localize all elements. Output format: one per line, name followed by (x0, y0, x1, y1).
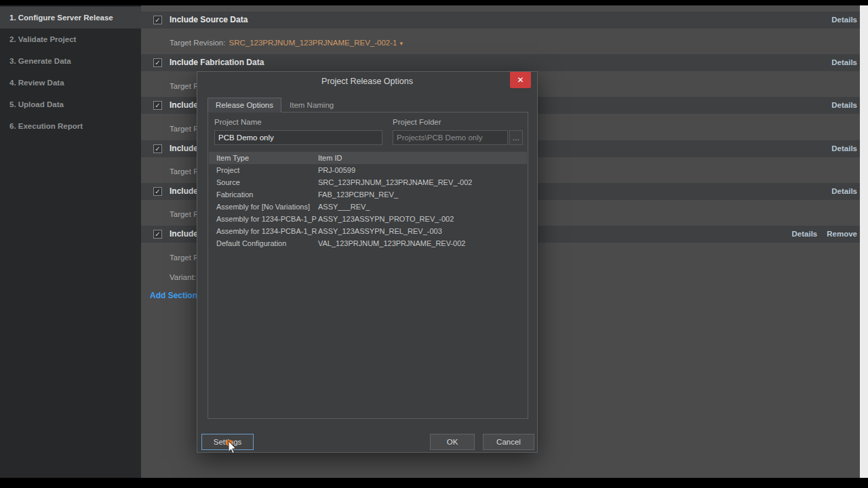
item-type-cell: Fabrication (216, 188, 253, 201)
target-revision-label: Target Revision: (170, 39, 225, 47)
project-name-input[interactable] (214, 130, 382, 145)
target-revision-row: Target R (170, 208, 199, 219)
include-checkbox[interactable]: ✓ (153, 187, 162, 196)
details-link[interactable]: Details (831, 54, 857, 71)
chevron-down-icon: ▾ (399, 40, 403, 47)
column-header-item-type: Item Type (216, 152, 249, 164)
sidebar-item-validate-project[interactable]: 2. Validate Project (0, 28, 141, 50)
table-row[interactable]: Assembly for 1234-PCBA-1_R ASSY_123ASSYP… (209, 225, 527, 237)
sidebar-item-execution-report[interactable]: 6. Execution Report (0, 115, 141, 137)
target-revision-row: Target R (170, 123, 199, 134)
item-id-cell: ASSY_123ASSYPN_PROTO_REV_-002 (318, 213, 454, 225)
check-icon: ✓ (155, 16, 160, 24)
item-type-cell: Assembly for 1234-PCBA-1_P (216, 213, 317, 225)
target-revision-label: Target R (170, 253, 199, 262)
sidebar-item-review-data[interactable]: 4. Review Data (0, 72, 141, 94)
variant-row: Variant: (170, 271, 196, 282)
target-revision-label: Target R (170, 167, 199, 176)
section-header-source-data: ✓ Include Source Data Details (141, 12, 868, 28)
letterbox-bottom (0, 478, 868, 488)
target-revision-label: Target R (170, 125, 199, 133)
add-section-link[interactable]: Add Section (150, 291, 197, 300)
target-revision-label: Target R (170, 210, 199, 218)
section-title: Include (170, 97, 198, 114)
sidebar-item-upload-data[interactable]: 5. Upload Data (0, 94, 141, 115)
target-revision-row: Target R (170, 80, 199, 91)
item-id-cell: SRC_123PRJNUM_123PRJNAME_REV_-002 (318, 176, 472, 188)
details-link[interactable]: Details (792, 226, 818, 243)
app-window: 1. Configure Server Release 2. Validate … (0, 0, 868, 488)
section-title: Include (170, 140, 198, 157)
section-title: Include (170, 226, 198, 243)
settings-button[interactable]: Settings (201, 434, 254, 450)
item-id-cell: ASSY___REV_ (318, 201, 370, 213)
column-header-item-id: Item ID (318, 152, 342, 164)
section-title: Include Source Data (170, 12, 248, 28)
check-icon: ✓ (155, 230, 160, 238)
target-revision-row: Target R (170, 251, 199, 262)
details-link[interactable]: Details (831, 140, 857, 157)
project-folder-input[interactable] (393, 130, 508, 145)
table-row[interactable]: Assembly for 1234-PCBA-1_P ASSY_123ASSYP… (209, 213, 527, 225)
project-release-options-dialog: Project Release Options ✕ Release Option… (197, 71, 538, 453)
target-revision-row: Target R (170, 165, 199, 176)
project-name-label: Project Name (214, 118, 262, 126)
check-icon: ✓ (155, 188, 160, 195)
item-type-cell: Project (216, 164, 239, 176)
details-link[interactable]: Details (831, 97, 857, 114)
tab-release-options[interactable]: Release Options (208, 98, 281, 113)
cancel-button[interactable]: Cancel (483, 434, 534, 450)
table-row[interactable]: Assembly for [No Variations] ASSY___REV_ (209, 201, 527, 213)
target-revision-label: Target R (170, 82, 199, 90)
item-id-cell: PRJ-00599 (318, 164, 355, 176)
target-revision-row: Target Revision:SRC_123PRJNUM_123PRJNAME… (170, 37, 403, 47)
vertical-scrollbar[interactable] (860, 5, 868, 478)
wizard-step-sidebar: 1. Configure Server Release 2. Validate … (0, 5, 141, 478)
ellipsis-icon: … (513, 134, 520, 142)
table-row[interactable]: Project PRJ-00599 (209, 164, 527, 176)
check-icon: ✓ (155, 59, 160, 66)
release-options-panel: Project Name Project Folder … Item Type … (208, 112, 528, 419)
browse-folder-button[interactable]: … (509, 130, 523, 145)
item-id-cell: FAB_123PCBPN_REV_ (318, 188, 398, 201)
include-source-checkbox[interactable]: ✓ (153, 16, 162, 24)
table-row[interactable]: Default Configuration VAL_123PRJNUM_123P… (209, 237, 527, 249)
check-icon: ✓ (155, 145, 160, 152)
section-title: Include Fabrication Data (170, 54, 264, 71)
item-type-cell: Assembly for 1234-PCBA-1_R (216, 225, 317, 237)
details-link[interactable]: Details (831, 183, 857, 200)
target-revision-link[interactable]: SRC_123PRJNUM_123PRJNAME_REV_-002-1 (229, 39, 397, 47)
close-button[interactable]: ✕ (510, 72, 531, 88)
dialog-title: Project Release Options (197, 72, 537, 91)
table-header-row: Item Type Item ID (209, 152, 527, 164)
include-checkbox[interactable]: ✓ (153, 101, 162, 110)
letterbox-top (0, 0, 868, 5)
project-folder-label: Project Folder (393, 118, 441, 126)
include-checkbox[interactable]: ✓ (153, 144, 162, 153)
table-row[interactable]: Source SRC_123PRJNUM_123PRJNAME_REV_-002 (209, 176, 527, 188)
include-checkbox[interactable]: ✓ (153, 230, 162, 239)
item-type-cell: Default Configuration (216, 237, 286, 249)
dialog-tabs: Release Options Item Naming (208, 98, 342, 113)
item-naming-table: Item Type Item ID Project PRJ-00599 Sour… (209, 152, 527, 249)
close-icon: ✕ (517, 75, 524, 85)
remove-link[interactable]: Remove (827, 226, 857, 243)
item-id-cell: VAL_123PRJNUM_123PRJNAME_REV-002 (318, 237, 465, 249)
variant-label: Variant: (170, 273, 196, 281)
details-link[interactable]: Details (831, 12, 857, 28)
include-fabrication-checkbox[interactable]: ✓ (153, 58, 162, 67)
item-id-cell: ASSY_123ASSYPN_REL_REV_-003 (318, 225, 442, 237)
item-type-cell: Assembly for [No Variations] (216, 201, 310, 213)
tab-item-naming[interactable]: Item Naming (281, 98, 342, 113)
sidebar-item-configure-server-release[interactable]: 1. Configure Server Release (0, 7, 141, 28)
table-row[interactable]: Fabrication FAB_123PCBPN_REV_ (209, 188, 527, 201)
sidebar-item-generate-data[interactable]: 3. Generate Data (0, 50, 141, 72)
check-icon: ✓ (155, 102, 160, 109)
section-title: Include (170, 183, 198, 200)
ok-button[interactable]: OK (430, 434, 475, 450)
item-type-cell: Source (216, 176, 240, 188)
section-header-fabrication-data: ✓ Include Fabrication Data Details (141, 54, 868, 71)
